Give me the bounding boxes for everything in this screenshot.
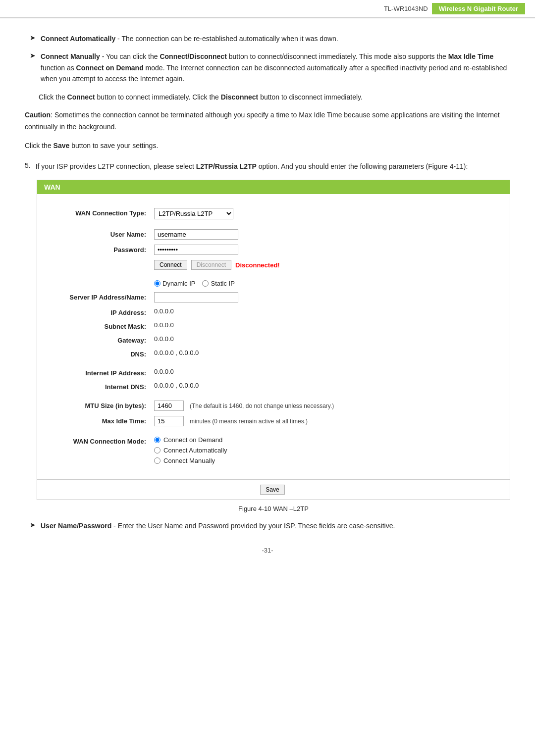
page-content: ➤ Connect Automatically - The connection… [0, 18, 535, 569]
wan-row-buttons: Connect Disconnect Disconnected! [37, 260, 510, 270]
bullet-text-1: Connect Automatically - The connection c… [41, 33, 338, 44]
wan-value-mtu: (The default is 1460, do not change unle… [154, 401, 334, 411]
bullet-label-1: Connect Automatically [41, 35, 115, 43]
wan-mtu-input[interactable] [154, 401, 184, 411]
bullet-arrow-1: ➤ [30, 34, 36, 42]
numbered-bold-l2tp: L2TP/Russia L2TP [196, 162, 257, 170]
wan-body: WAN Connection Type: L2TP/Russia L2TP Us… [37, 194, 510, 479]
wan-save-button[interactable]: Save [260, 485, 284, 495]
wan-label-connection-type: WAN Connection Type: [47, 208, 146, 217]
bullet-body-2a: You can click the [106, 52, 160, 60]
wan-row-max-idle: Max Idle Time: minutes (0 means remain a… [37, 416, 510, 426]
numbered-num: 5. [25, 161, 31, 169]
wan-connection-type-select[interactable]: L2TP/Russia L2TP [154, 208, 233, 219]
numbered-text-post: option. And you should enter the followi… [257, 162, 468, 170]
wan-password-input[interactable] [154, 245, 238, 255]
wan-connect-button[interactable]: Connect [154, 260, 187, 270]
header-model: TL-WR1043ND [384, 5, 428, 12]
wan-row-connection-mode: WAN Connection Mode: Connect on Demand C… [37, 436, 510, 464]
save-note-bold: Save [54, 142, 70, 150]
wan-row-internet-dns: Internet DNS: 0.0.0.0 , 0.0.0.0 [37, 382, 510, 391]
wan-static-ip-label: Static IP [211, 280, 234, 287]
wan-mode-manually-label: Connect Manually [163, 457, 215, 464]
click-note-disconnect-bold: Disconnect [221, 93, 258, 101]
wan-row-gateway: Gateway: 0.0.0.0 [37, 335, 510, 344]
wan-ip-address-value: 0.0.0.0 [154, 307, 174, 315]
bullet-bold-connect-disconnect: Connect/Disconnect [160, 52, 226, 60]
wan-mode-manually[interactable]: Connect Manually [154, 457, 227, 464]
wan-mtu-note: (The default is 1460, do not change unle… [190, 403, 334, 409]
wan-label-connection-mode: WAN Connection Mode: [47, 436, 146, 445]
wan-max-idle-input[interactable] [154, 416, 184, 426]
numbered-item-5: 5. If your ISP provides L2TP connection,… [25, 161, 510, 172]
wan-label-dns: DNS: [47, 349, 146, 358]
wan-value-username [154, 229, 238, 240]
bullet-bold-connect-on-demand: Connect on Demand [76, 64, 144, 72]
wan-dynamic-ip-radio[interactable] [154, 280, 160, 287]
bullet-user-name-password: ➤ User Name/Password - Enter the User Na… [25, 520, 510, 531]
wan-value-ip-type: Dynamic IP Static IP [154, 280, 235, 287]
wan-mode-on-demand[interactable]: Connect on Demand [154, 436, 227, 444]
wan-label-password: Password: [47, 245, 146, 253]
numbered-text-pre: If your ISP provides L2TP connection, pl… [36, 162, 196, 170]
wan-row-internet-ip: Internet IP Address: 0.0.0.0 [37, 368, 510, 377]
wan-label-subnet-mask: Subnet Mask: [47, 321, 146, 330]
wan-subnet-mask-value: 0.0.0.0 [154, 321, 174, 329]
figure-caption: Figure 4-10 WAN –L2TP [37, 505, 510, 512]
bullet-body-1: The connection can be re-established aut… [121, 35, 338, 43]
wan-mode-on-demand-label: Connect on Demand [163, 436, 222, 444]
wan-mode-automatically-radio[interactable] [154, 447, 160, 454]
wan-header: WAN [37, 180, 510, 194]
wan-label-max-idle: Max Idle Time: [47, 416, 146, 425]
bullet-arrow-bottom: ➤ [30, 521, 36, 529]
wan-row-mtu: MTU Size (in bytes): (The default is 146… [37, 401, 510, 411]
bullet-text-bottom: User Name/Password - Enter the User Name… [41, 520, 395, 531]
wan-row-server-ip: Server IP Address/Name: [37, 292, 510, 302]
wan-static-ip-option[interactable]: Static IP [202, 280, 234, 287]
wan-label-ip-address: IP Address: [47, 307, 146, 316]
bullet-dash-2: - [100, 52, 106, 60]
bullet-body-2c: function as [41, 64, 76, 72]
bullet-label-bottom: User Name/Password [41, 522, 111, 530]
wan-disconnected-status: Disconnected! [235, 261, 280, 269]
wan-value-internet-dns: 0.0.0.0 , 0.0.0.0 [154, 382, 199, 389]
wan-value-subnet-mask: 0.0.0.0 [154, 321, 174, 329]
bullet-body-2b: button to connect/disconnect immediately… [227, 52, 448, 60]
wan-username-input[interactable] [154, 229, 238, 240]
wan-label-server-ip: Server IP Address/Name: [47, 292, 146, 301]
caution-block: Caution: Sometimes the connection cannot… [25, 109, 510, 133]
wan-dns-value: 0.0.0.0 , 0.0.0.0 [154, 349, 199, 356]
wan-label-buttons [47, 260, 146, 261]
bullet-dash-1: - [115, 35, 121, 43]
wan-value-connection-type: L2TP/Russia L2TP [154, 208, 233, 219]
wan-row-dns: DNS: 0.0.0.0 , 0.0.0.0 [37, 349, 510, 358]
connection-mode-group: Connect on Demand Connect Automatically … [154, 436, 227, 464]
numbered-text: If your ISP provides L2TP connection, pl… [36, 161, 468, 172]
bullet-connect-automatically: ➤ Connect Automatically - The connection… [25, 33, 510, 44]
wan-static-ip-radio[interactable] [202, 280, 209, 287]
bullet-bold-max-idle: Max Idle Time [448, 52, 494, 60]
wan-label-mtu: MTU Size (in bytes): [47, 401, 146, 409]
wan-row-ip-address: IP Address: 0.0.0.0 [37, 307, 510, 316]
wan-server-ip-input[interactable] [154, 292, 238, 302]
wan-mode-automatically-label: Connect Automatically [163, 447, 227, 454]
click-note-connect-bold: Connect [67, 93, 95, 101]
wan-row-username: User Name: [37, 229, 510, 240]
wan-label-internet-ip: Internet IP Address: [47, 368, 146, 377]
wan-row-connection-type: WAN Connection Type: L2TP/Russia L2TP [37, 208, 510, 219]
wan-label-ip-type [47, 280, 146, 281]
wan-mode-manually-radio[interactable] [154, 457, 160, 464]
wan-mode-automatically[interactable]: Connect Automatically [154, 447, 227, 454]
bullet-connect-manually: ➤ Connect Manually - You can click the C… [25, 51, 510, 84]
wan-row-password: Password: [37, 245, 510, 255]
wan-value-server-ip [154, 292, 238, 302]
wan-internet-ip-value: 0.0.0.0 [154, 368, 174, 375]
wan-max-idle-note: minutes (0 means remain active at all ti… [190, 418, 308, 425]
wan-value-buttons: Connect Disconnect Disconnected! [154, 260, 280, 270]
wan-container: WAN WAN Connection Type: L2TP/Russia L2T… [37, 180, 510, 500]
wan-mode-on-demand-radio[interactable] [154, 437, 160, 443]
wan-disconnect-button[interactable]: Disconnect [191, 260, 231, 270]
wan-footer: Save [37, 479, 510, 500]
wan-dynamic-ip-option[interactable]: Dynamic IP [154, 280, 195, 287]
wan-label-internet-dns: Internet DNS: [47, 382, 146, 391]
